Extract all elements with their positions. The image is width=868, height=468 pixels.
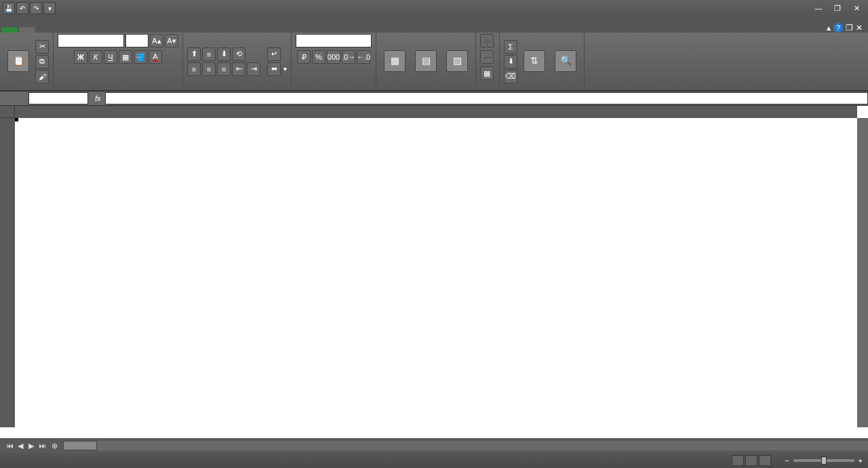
bold-icon[interactable]: Ж — [74, 50, 87, 64]
conditional-format-button[interactable]: ▦ — [380, 49, 409, 75]
underline-icon[interactable]: Ч — [104, 50, 117, 64]
format-table-button[interactable]: ▤ — [412, 49, 440, 75]
align-center-icon[interactable]: ≡ — [202, 62, 216, 76]
format-painter-icon[interactable]: 🖌 — [35, 70, 49, 83]
save-icon[interactable]: 💾 — [3, 2, 15, 14]
page-layout-view-icon[interactable] — [745, 455, 757, 466]
fill-handle[interactable] — [15, 118, 18, 121]
maximize-button[interactable]: ❐ — [829, 3, 846, 14]
tab-review[interactable] — [100, 27, 117, 33]
tab-formulas[interactable] — [68, 27, 84, 33]
ribbon: 📋 ✂ ⧉ 🖌 A▴ A▾ Ж К Ч ▦ 🪣 A — [0, 33, 868, 91]
sheet-tabs-bar: ⏮ ◀ ▶ ⏭ ⊕ — [0, 438, 868, 453]
vertical-scrollbar[interactable] — [857, 118, 868, 427]
ribbon-tabs: ▴ ? ❐ ✕ — [0, 16, 868, 33]
comma-icon[interactable]: 000 — [327, 50, 340, 64]
row-headers[interactable] — [0, 118, 15, 427]
fill-icon[interactable]: ⬇ — [504, 55, 517, 69]
group-styles: ▦ ▤ ▨ — [376, 33, 476, 90]
formula-input[interactable] — [105, 92, 868, 104]
title-bar: 💾 ↶ ↷ ▾ — ❐ ✕ — [0, 0, 868, 16]
font-color-icon[interactable]: A — [149, 50, 162, 64]
percent-icon[interactable]: % — [312, 50, 326, 64]
window-close-icon[interactable]: ✕ — [856, 23, 863, 33]
italic-icon[interactable]: К — [89, 50, 102, 64]
prev-sheet-icon[interactable]: ◀ — [15, 440, 26, 451]
column-headers[interactable] — [15, 106, 857, 118]
group-editing: Σ ⬇ ⌫ ⇅ 🔍 — [500, 33, 585, 90]
align-top-icon[interactable]: ⬆ — [187, 47, 201, 61]
tab-view[interactable] — [117, 27, 133, 33]
border-icon[interactable]: ▦ — [119, 50, 132, 64]
first-sheet-icon[interactable]: ⏮ — [4, 440, 15, 451]
minimize-button[interactable]: — — [810, 3, 827, 14]
format-cells-button[interactable]: ▦ — [480, 66, 495, 80]
cut-icon[interactable]: ✂ — [35, 40, 49, 54]
quick-access: 💾 ↶ ↷ ▾ — [3, 2, 56, 14]
zoom-out-icon[interactable]: − — [785, 456, 789, 465]
copy-icon[interactable]: ⧉ — [35, 55, 49, 69]
font-name-input[interactable] — [58, 34, 124, 47]
tab-layout[interactable] — [52, 27, 68, 33]
select-all-corner[interactable] — [0, 106, 15, 118]
name-box[interactable] — [28, 92, 88, 104]
group-clipboard: 📋 ✂ ⧉ 🖌 — [0, 33, 54, 90]
group-cells: ➕ ➖ ▦ — [476, 33, 500, 90]
grid[interactable] — [15, 118, 857, 427]
paste-button[interactable]: 📋 — [4, 49, 33, 75]
tab-data[interactable] — [84, 27, 100, 33]
font-size-input[interactable] — [125, 34, 149, 47]
close-button[interactable]: ✕ — [848, 3, 865, 14]
page-break-view-icon[interactable] — [759, 455, 771, 466]
fill-color-icon[interactable]: 🪣 — [134, 50, 147, 64]
merge-center-button[interactable]: ⬌▾ — [267, 62, 287, 76]
zoom-in-icon[interactable]: + — [859, 456, 863, 465]
autosum-icon[interactable]: Σ — [504, 40, 517, 54]
number-format-input[interactable] — [296, 34, 372, 47]
align-right-icon[interactable]: ≡ — [217, 62, 231, 76]
tab-insert[interactable] — [35, 27, 52, 33]
find-select-button[interactable]: 🔍 — [551, 49, 580, 75]
tab-file[interactable] — [1, 27, 18, 33]
help-icon[interactable]: ? — [833, 23, 843, 33]
currency-icon[interactable]: ₽ — [297, 50, 311, 64]
normal-view-icon[interactable] — [732, 455, 744, 466]
align-middle-icon[interactable]: ≡ — [202, 47, 216, 61]
sheet-area — [0, 106, 868, 438]
window-restore-icon[interactable]: ❐ — [846, 23, 853, 33]
minimize-ribbon-icon[interactable]: ▴ — [827, 23, 831, 33]
tab-home[interactable] — [19, 27, 35, 33]
redo-icon[interactable]: ↷ — [30, 2, 42, 14]
formula-bar: fx — [0, 91, 868, 106]
cell-styles-button[interactable]: ▨ — [443, 49, 471, 75]
status-bar: − + — [0, 453, 868, 468]
decrease-decimal-icon[interactable]: ←.0 — [357, 50, 370, 64]
orientation-icon[interactable]: ⟲ — [232, 47, 245, 61]
increase-font-icon[interactable]: A▴ — [150, 34, 163, 47]
qa-more-icon[interactable]: ▾ — [43, 2, 56, 14]
decrease-font-icon[interactable]: A▾ — [165, 34, 178, 47]
decrease-indent-icon[interactable]: ⇤ — [232, 62, 245, 76]
selection-outline — [15, 118, 18, 121]
group-number: ₽ % 000 .0→ ←.0 — [292, 33, 376, 90]
delete-cells-button[interactable]: ➖ — [480, 50, 495, 64]
next-sheet-icon[interactable]: ▶ — [26, 440, 37, 451]
clear-icon[interactable]: ⌫ — [504, 70, 517, 83]
sort-filter-button[interactable]: ⇅ — [520, 49, 549, 75]
insert-cells-button[interactable]: ➕ — [480, 34, 495, 47]
fx-icon[interactable]: fx — [91, 94, 105, 102]
group-alignment: ⬆ ≡ ⬇ ⟲ ≡ ≡ ≡ ⇤ ⇥ ↵ ⬌▾ — [183, 33, 292, 90]
new-sheet-icon[interactable]: ⊕ — [52, 442, 58, 450]
increase-decimal-icon[interactable]: .0→ — [342, 50, 355, 64]
increase-indent-icon[interactable]: ⇥ — [247, 62, 260, 76]
horizontal-scrollbar[interactable] — [63, 441, 868, 450]
align-bottom-icon[interactable]: ⬇ — [217, 47, 231, 61]
undo-icon[interactable]: ↶ — [16, 2, 28, 14]
zoom-slider[interactable] — [793, 459, 854, 462]
wrap-text-button[interactable]: ↵ — [267, 47, 287, 61]
group-font: A▴ A▾ Ж К Ч ▦ 🪣 A — [54, 33, 183, 90]
last-sheet-icon[interactable]: ⏭ — [37, 440, 47, 451]
align-left-icon[interactable]: ≡ — [187, 62, 201, 76]
